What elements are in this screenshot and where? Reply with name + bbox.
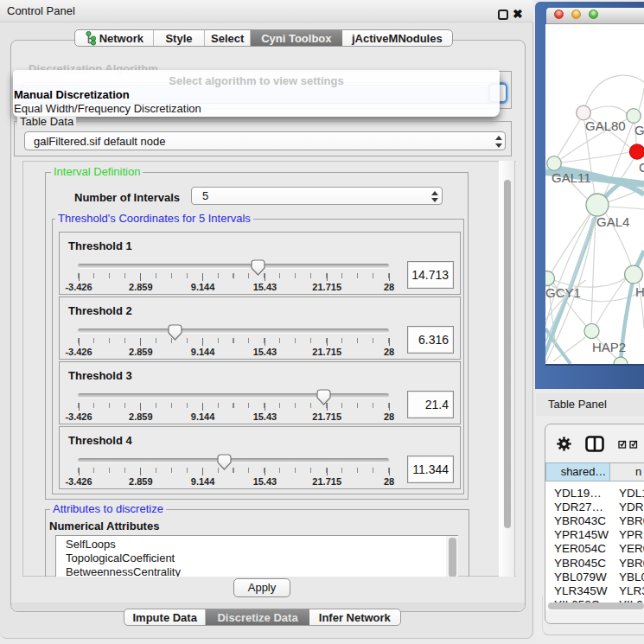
- svg-text:C: C: [639, 160, 644, 175]
- svg-text:GCY1: GCY1: [545, 285, 581, 300]
- svg-text:GAL11: GAL11: [552, 170, 591, 185]
- svg-text:GAL80: GAL80: [585, 118, 626, 133]
- svg-text:H: H: [635, 284, 644, 299]
- svg-text:GAL4: GAL4: [596, 214, 629, 229]
- svg-text:GA: GA: [634, 123, 644, 137]
- svg-text:HAP2: HAP2: [592, 340, 626, 354]
